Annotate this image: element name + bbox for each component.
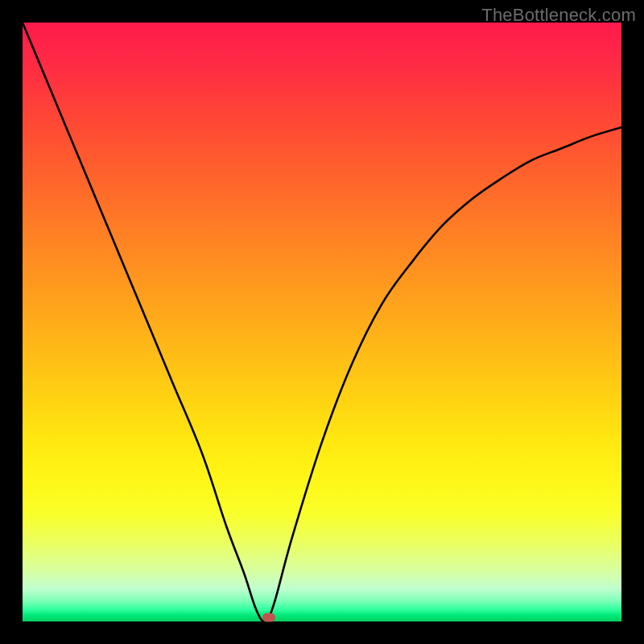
watermark-text: TheBottleneck.com xyxy=(481,5,636,26)
chart-frame: TheBottleneck.com xyxy=(0,0,644,644)
optimum-marker xyxy=(262,613,275,622)
bottleneck-curve xyxy=(23,23,621,621)
plot-area xyxy=(23,23,621,621)
